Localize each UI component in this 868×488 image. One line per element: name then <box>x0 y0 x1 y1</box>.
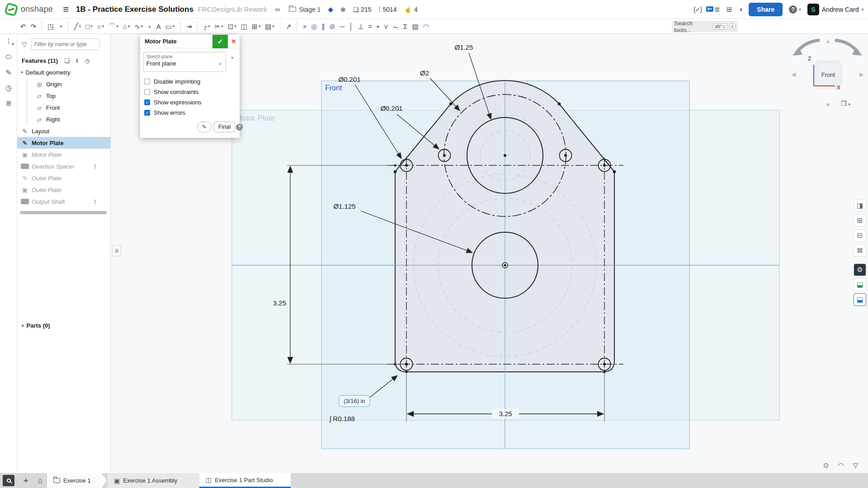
tab-exercise-1-assembly[interactable]: ▣Exercise 1 Assembly <box>108 473 199 488</box>
text-tool-icon[interactable]: A <box>155 20 163 33</box>
appearance-icon[interactable]: ◨ <box>854 199 866 212</box>
checkbox-disable-imprinting[interactable]: Disable imprinting <box>144 76 202 87</box>
symmetric-constraint-icon[interactable]: ⋎ <box>382 20 391 33</box>
import-dxf-icon[interactable]: ▤▾ <box>263 20 276 33</box>
feature-item-outer-plate[interactable]: ✎Outer Plate <box>17 172 110 184</box>
rotate-right-arrow[interactable]: ▶ <box>859 71 864 78</box>
final-button[interactable]: Final <box>214 122 235 132</box>
search-tabs-button[interactable] <box>3 475 14 486</box>
checkbox-show-errors[interactable]: ✓Show errors <box>144 108 202 118</box>
edit-sketch-icon-button[interactable]: ✎ <box>197 122 212 132</box>
fillet-tool-icon[interactable]: ╭▾ <box>201 20 212 33</box>
trim-tool-icon[interactable]: ✂▾ <box>213 20 225 33</box>
selection-filter-icon[interactable]: ◔ <box>229 54 234 63</box>
filter-input[interactable] <box>31 38 100 50</box>
equal-constraint-icon[interactable]: = <box>367 20 374 33</box>
search-tools-box[interactable]: Search tools... alt/⌥ c <box>672 21 738 32</box>
public-badge[interactable]: ⊕ <box>340 6 346 13</box>
dialog-help-icon[interactable]: ? <box>236 124 243 131</box>
history-clock-icon[interactable]: ◷ <box>85 57 90 64</box>
protractor-icon[interactable]: ◠ <box>838 461 844 469</box>
feature-menu-icon[interactable]: ⁞ <box>94 198 96 205</box>
checked-box-icon[interactable]: ✓ <box>144 110 150 116</box>
blue-doc-icon[interactable]: ⬓ <box>854 293 866 306</box>
parts-heading-row[interactable]: ▾ Parts (0) <box>22 322 50 329</box>
tangent-constraint-icon[interactable]: ⊘ <box>328 20 337 33</box>
curvature-comb-icon[interactable]: ◠ <box>421 20 431 33</box>
mirror-tool-icon[interactable]: ◫ <box>239 20 249 33</box>
polygon-tool-icon[interactable]: ⌂▾ <box>121 20 132 33</box>
parallel-constraint-icon[interactable]: ∥ <box>320 20 327 33</box>
sketch-icon[interactable]: ◳ <box>46 20 56 33</box>
user-menu[interactable]: S Andrew Card ▾ <box>807 4 863 15</box>
notes-icon[interactable]: ✎ <box>0 65 17 80</box>
checkbox-show-expressions[interactable]: ✓Show expressions <box>144 97 202 108</box>
feature-item-motor-plate[interactable]: ▣Motor Plate <box>17 149 110 160</box>
height-dimension-label[interactable]: 3.25 <box>273 299 286 307</box>
spline-tool-icon[interactable]: ∿▾ <box>132 20 145 33</box>
feature-item-origin[interactable]: ◎Origin <box>17 78 110 90</box>
checkbox-show-constraints[interactable]: Show constraints <box>144 87 202 97</box>
rollback-bar[interactable] <box>20 211 107 214</box>
normal-constraint-icon[interactable]: ⌙ <box>392 20 401 33</box>
fix-constraint-icon[interactable]: ▨ <box>410 20 420 33</box>
share-button[interactable]: Share <box>749 3 783 16</box>
rotate-left-arrow[interactable]: ◀ <box>791 71 796 78</box>
arc-tool-icon[interactable]: ⌒▾ <box>107 20 120 33</box>
checked-box-icon[interactable]: ✓ <box>144 99 150 105</box>
suppress-icon[interactable]: ‖ <box>76 57 78 64</box>
main-menu-icon[interactable]: ≡ <box>63 4 69 15</box>
robot-part-icon[interactable]: ⚙ <box>854 263 866 276</box>
breadcrumb[interactable]: Stage 1 <box>299 6 321 13</box>
viewcube-front-face[interactable]: Front <box>816 62 841 87</box>
likes-stat[interactable]: ☝4 <box>404 6 418 13</box>
equation-icon[interactable]: Σ <box>401 20 409 33</box>
panel-resize-handle[interactable]: ≣ <box>112 245 121 256</box>
feature-item-motor-plate[interactable]: ✎Motor Plate <box>17 137 110 149</box>
point-tool-icon[interactable]: ∘ <box>146 20 153 33</box>
feature-menu-icon[interactable]: ⁞ <box>94 163 96 170</box>
tab-exercise-1[interactable]: Exercise 1 <box>47 473 107 488</box>
document-title[interactable]: 1B - Practice Exercise Solutions <box>76 5 193 14</box>
measure-icon[interactable]: ⊙ <box>823 461 829 469</box>
onshape-logo-icon[interactable] <box>4 2 19 17</box>
view-options-button[interactable]: ❒ ▾ <box>841 100 850 107</box>
home-button[interactable]: ⌂ <box>33 473 47 488</box>
feature-item-output-shaft[interactable]: ooOutput Shaft⁞ <box>17 196 110 207</box>
rotate-up-arrow[interactable]: ▲ <box>825 38 831 44</box>
unchecked-box-icon[interactable] <box>144 79 150 84</box>
app-store-icon[interactable]: ⊞ <box>726 5 732 14</box>
expression-badge-label[interactable]: (3/16) in <box>344 398 365 404</box>
green-doc-icon[interactable]: ⬓ <box>854 278 866 291</box>
document-subtitle[interactable]: FRCDesignLib Rework <box>198 5 267 13</box>
midpoint-constraint-icon[interactable]: • <box>375 20 381 33</box>
release-notes-icon[interactable]: ≣ <box>714 5 720 14</box>
offset-tool-icon[interactable]: ⊡▾ <box>226 20 238 33</box>
circle-tool-icon[interactable]: ○▾ <box>95 20 106 33</box>
chevron-down-icon[interactable]: ▾ <box>21 70 23 75</box>
insert-folder-icon[interactable]: ❏ <box>64 57 70 64</box>
show-dimensions-icon[interactable]: ⊠ <box>854 244 866 257</box>
feature-item-default-geometry[interactable]: ▾Default geometry <box>17 66 110 78</box>
rectangle-tool-icon[interactable]: □▾ <box>84 20 94 33</box>
history-icon[interactable]: ◷ <box>0 80 17 95</box>
perpendicular-constraint-icon[interactable]: ⊥ <box>356 20 365 33</box>
feature-item-outer-plate[interactable]: ▣Outer Plate <box>17 184 110 196</box>
learning-center-icon[interactable]: ◑ <box>738 5 742 13</box>
mass-properties-icon[interactable]: ▽ <box>853 461 859 469</box>
cancel-button[interactable]: × <box>228 35 240 48</box>
clear-selection-icon[interactable]: × <box>218 61 222 67</box>
redo-icon[interactable]: ↷ <box>29 20 38 33</box>
concentric-constraint-icon[interactable]: ◎ <box>309 20 319 33</box>
horizontal-constraint-icon[interactable]: ─ <box>338 20 346 33</box>
pattern-tool-icon[interactable]: ⊞▾ <box>250 20 262 33</box>
coincident-constraint-icon[interactable]: × <box>301 20 308 33</box>
comment-icon[interactable]: ⬭ <box>0 49 17 65</box>
show-planes-icon[interactable]: ⊟ <box>854 229 866 242</box>
dimension-tool-icon[interactable]: ↗ <box>284 20 293 33</box>
accept-button[interactable]: ✓ <box>212 35 228 48</box>
new-tab-button[interactable]: + <box>19 473 33 488</box>
undo-icon[interactable]: ↶ <box>19 20 28 33</box>
help-menu[interactable]: ? ▾ <box>789 5 801 14</box>
slot-tool-icon[interactable]: ▭▾ <box>164 20 177 33</box>
